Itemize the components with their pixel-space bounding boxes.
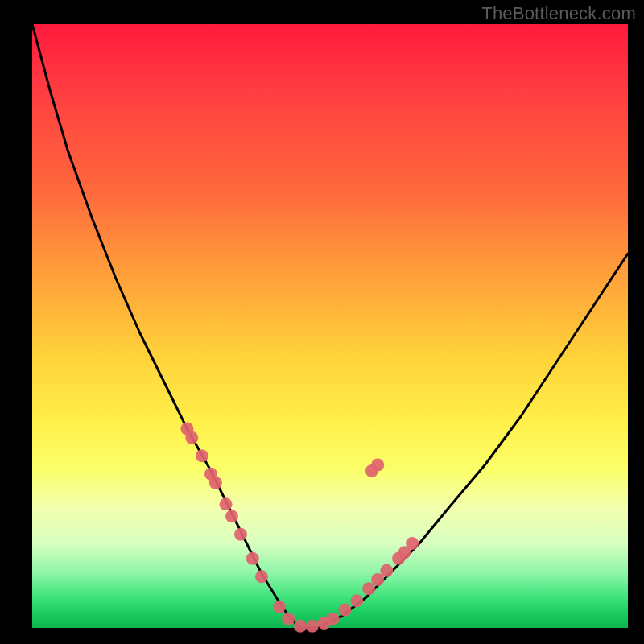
svg-point-17 [350, 594, 363, 607]
svg-point-2 [196, 449, 208, 462]
svg-point-16 [339, 604, 352, 617]
svg-point-25 [371, 459, 384, 472]
svg-point-20 [380, 564, 393, 577]
svg-point-13 [306, 620, 319, 633]
sample-markers [180, 423, 419, 633]
svg-point-12 [294, 620, 307, 633]
chart-frame: TheBottleneck.com [0, 0, 644, 644]
svg-point-23 [406, 537, 419, 550]
curve-layer [32, 24, 628, 628]
svg-point-10 [273, 601, 286, 613]
svg-point-1 [185, 431, 198, 444]
svg-point-11 [282, 613, 295, 625]
svg-point-7 [234, 528, 247, 541]
svg-point-8 [246, 552, 259, 565]
watermark-text: TheBottleneck.com [481, 3, 636, 24]
plot-area [32, 24, 628, 628]
svg-point-6 [225, 510, 238, 522]
svg-point-9 [255, 570, 268, 583]
svg-point-15 [327, 613, 340, 625]
bottleneck-curve [32, 24, 628, 628]
svg-point-5 [220, 497, 233, 510]
svg-point-4 [209, 477, 222, 489]
